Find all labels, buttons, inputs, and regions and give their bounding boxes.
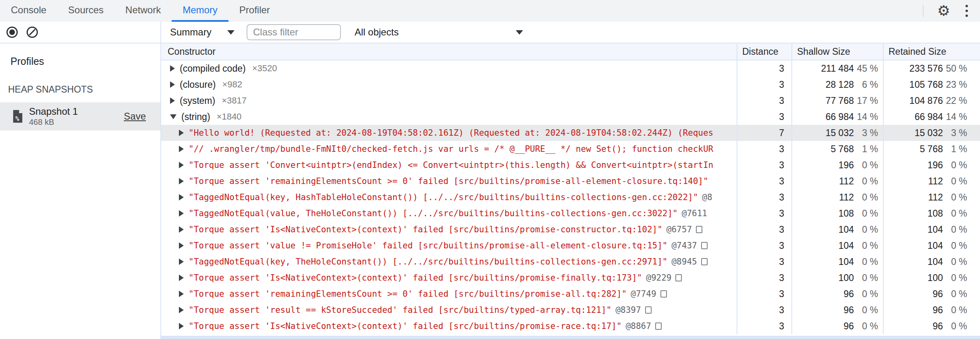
retained-size-cell: 112 0 % — [884, 189, 979, 205]
shallow-size-value: 28 128 — [792, 79, 854, 90]
disclosure-triangle-icon[interactable] — [170, 114, 176, 119]
chevron-down-icon — [227, 30, 235, 35]
table-row[interactable]: "// .wrangler/tmp/bundle-FmNIt0/checked-… — [161, 141, 980, 157]
disclosure-triangle-icon[interactable] — [179, 130, 184, 136]
table-row[interactable]: "Torque assert 'value != PromiseHole' fa… — [161, 238, 980, 254]
object-id: @7749 — [631, 289, 656, 299]
shallow-size-percent: 6 % — [854, 79, 878, 90]
shallow-size-percent: 0 % — [854, 224, 878, 235]
distance-value: 3 — [737, 318, 792, 334]
table-row[interactable]: "Torque assert 'remainingElementsCount >… — [161, 286, 980, 302]
disclosure-triangle-icon[interactable] — [179, 291, 184, 297]
disclosure-triangle-icon[interactable] — [179, 275, 184, 281]
tab-profiler[interactable]: Profiler — [228, 0, 281, 22]
constructor-name: (closure) — [180, 79, 216, 90]
reveal-object-icon[interactable] — [696, 226, 702, 233]
table-row[interactable]: "Torque assert 'remainingElementsCount >… — [161, 173, 980, 189]
table-row[interactable]: "Torque assert 'Convert<uintptr>(endInde… — [161, 157, 980, 173]
disclosure-triangle-icon[interactable] — [170, 81, 175, 88]
snapshot-name: Snapshot 1 — [29, 106, 124, 117]
distance-value: 3 — [737, 141, 792, 157]
column-header-shallow-size[interactable]: Shallow Size — [792, 43, 884, 60]
reveal-object-icon[interactable] — [701, 242, 708, 249]
reveal-object-icon[interactable] — [701, 258, 708, 265]
table-row[interactable]: "TaggedNotEqual(key, TheHoleConstant()) … — [161, 254, 980, 270]
disclosure-triangle-icon[interactable] — [170, 65, 175, 72]
shallow-size-cell: 28 128 6 % — [792, 76, 884, 93]
shallow-size-value: 100 — [792, 273, 854, 283]
constructor-cell: (system) ×3817 — [161, 93, 737, 109]
disclosure-triangle-icon[interactable] — [179, 178, 184, 184]
distance-value: 3 — [737, 76, 792, 93]
disclosure-triangle-icon[interactable] — [179, 323, 184, 329]
table-row[interactable]: "Torque assert 'Is<NativeContext>(contex… — [161, 270, 980, 286]
retained-size-cell: 104 876 22 % — [884, 93, 979, 109]
disclosure-triangle-icon[interactable] — [179, 307, 184, 313]
table-row[interactable]: "Torque assert 'result == kStoreSucceded… — [161, 302, 980, 318]
heap-snapshot-file-icon: % — [12, 110, 23, 123]
disclosure-triangle-icon[interactable] — [179, 194, 184, 201]
reveal-object-icon[interactable] — [675, 274, 682, 281]
reveal-object-icon[interactable] — [655, 322, 662, 330]
retained-size-percent: 0 % — [943, 289, 967, 300]
retained-size-cell: 196 0 % — [884, 157, 979, 173]
tab-network[interactable]: Network — [114, 0, 172, 22]
constructor-cell: "Torque assert 'Is<NativeContext>(contex… — [161, 221, 737, 238]
reveal-object-icon[interactable] — [645, 306, 652, 314]
table-row[interactable]: "TaggedNotEqual(key, HashTableHoleConsta… — [161, 189, 980, 205]
table-row[interactable]: (string) ×1840 3 66 984 14 % 66 984 14 % — [161, 109, 980, 125]
retained-size-percent: 22 % — [943, 95, 967, 106]
column-header-retained-size[interactable]: Retained Size — [884, 43, 979, 60]
disclosure-triangle-icon[interactable] — [179, 162, 184, 168]
retained-size-percent: 0 % — [943, 240, 967, 251]
save-snapshot-link[interactable]: Save — [124, 111, 146, 122]
tab-memory[interactable]: Memory — [172, 0, 228, 22]
disclosure-triangle-icon[interactable] — [179, 146, 184, 152]
shallow-size-percent: 0 % — [854, 160, 878, 171]
reveal-object-icon[interactable] — [660, 290, 667, 298]
string-preview: "Torque assert 'remainingElementsCount >… — [189, 289, 627, 299]
tab-sources[interactable]: Sources — [57, 0, 114, 22]
tab-console[interactable]: Console — [0, 0, 57, 22]
shallow-size-percent: 0 % — [854, 192, 878, 203]
shallow-size-cell: 15 032 3 % — [792, 125, 884, 141]
settings-gear-icon[interactable]: ⚙ — [937, 4, 950, 18]
table-row[interactable]: "Torque assert 'Is<NativeContext>(contex… — [161, 221, 980, 238]
table-row[interactable]: "Hello world! (Requested at: 2024-08-19T… — [161, 125, 980, 141]
shallow-size-value: 5 768 — [792, 144, 854, 155]
distance-value: 3 — [737, 60, 792, 76]
retained-size-cell: 233 576 50 % — [884, 60, 979, 76]
objects-select[interactable]: All objects — [355, 27, 523, 38]
view-select[interactable]: Summary — [170, 27, 235, 38]
disclosure-triangle-icon[interactable] — [179, 258, 184, 265]
column-header-constructor[interactable]: Constructor — [161, 43, 737, 60]
sidebar-item-snapshot-1[interactable]: % Snapshot 1 468 kB Save — [0, 102, 160, 130]
string-preview: "Torque assert 'result == kStoreSucceded… — [189, 305, 611, 315]
column-header-distance[interactable]: Distance — [737, 43, 792, 60]
table-row[interactable]: (compiled code) ×3520 3 211 484 45 % 233… — [161, 60, 980, 76]
object-id: @8 — [702, 192, 712, 202]
kebab-menu-icon[interactable] — [964, 3, 970, 19]
shallow-size-value: 15 032 — [792, 128, 854, 138]
disclosure-triangle-icon[interactable] — [170, 97, 175, 104]
constructor-name: (string) — [181, 112, 210, 122]
string-preview: "TaggedNotEqual(key, HashTableHoleConsta… — [189, 192, 698, 202]
record-heap-snapshot-icon[interactable] — [6, 27, 18, 38]
disclosure-triangle-icon[interactable] — [179, 210, 184, 217]
clear-profiles-icon[interactable] — [27, 27, 38, 38]
class-filter-input[interactable] — [247, 24, 341, 40]
tabbar-spacer — [281, 0, 923, 22]
retained-size-value: 5 768 — [884, 144, 943, 155]
table-row[interactable]: "Torque assert 'Is<NativeContext>(contex… — [161, 318, 980, 334]
shallow-size-value: 77 768 — [792, 95, 854, 106]
disclosure-triangle-icon[interactable] — [179, 226, 184, 233]
shallow-size-cell: 112 0 % — [792, 189, 884, 205]
table-row[interactable]: "TaggedNotEqual(value, TheHoleConstant()… — [161, 205, 980, 221]
objects-select-value: All objects — [355, 27, 399, 38]
table-row[interactable]: (closure) ×982 3 28 128 6 % 105 768 23 % — [161, 76, 980, 93]
disclosure-triangle-icon[interactable] — [179, 242, 184, 249]
retained-size-cell: 96 0 % — [884, 318, 979, 334]
constructor-cell: (compiled code) ×3520 — [161, 60, 737, 76]
retained-size-cell: 96 0 % — [884, 286, 979, 302]
table-row[interactable]: (system) ×3817 3 77 768 17 % 104 876 22 … — [161, 93, 980, 109]
